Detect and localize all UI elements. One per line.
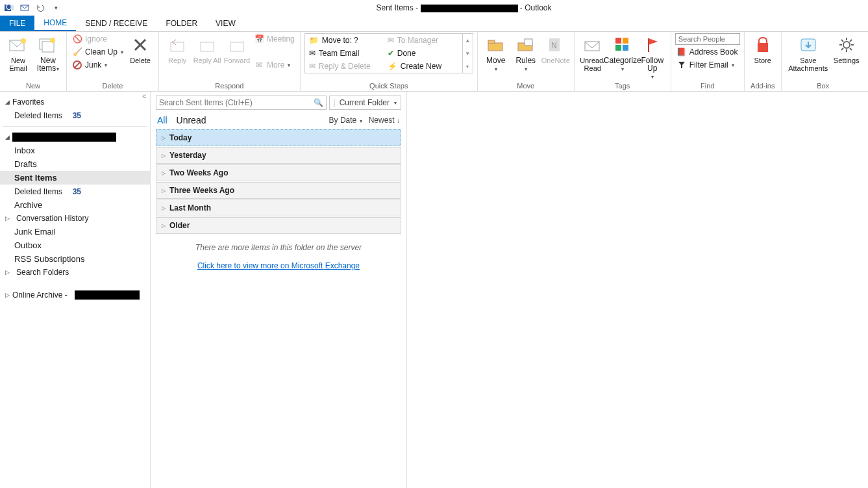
svg-rect-19	[525, 39, 532, 45]
search-scope-dropdown[interactable]: |Current Folder▾	[329, 96, 402, 110]
qat-customize-icon[interactable]: ▾	[49, 1, 62, 14]
nav-rss[interactable]: RSS Subscriptions	[0, 252, 150, 266]
send-receive-icon[interactable]	[18, 1, 31, 14]
collapse-nav-icon[interactable]: <	[142, 93, 146, 100]
caret-right-icon: ▷	[162, 153, 166, 159]
nav-outbox[interactable]: Outbox	[0, 238, 150, 252]
quick-access-toolbar: O ▾	[3, 1, 62, 14]
group-delete-label: Delete	[71, 82, 155, 91]
nav-deleted-items[interactable]: Deleted Items 35	[0, 185, 150, 198]
save-attachments-button[interactable]: Save Attachments	[786, 33, 831, 72]
undo-icon[interactable]	[34, 1, 47, 14]
title-right: - Outlook	[520, 3, 552, 12]
sort-newest[interactable]: Newest ↓	[369, 116, 400, 125]
qs-reply-delete[interactable]: ✉Reply & Delete	[305, 60, 384, 73]
qs-done[interactable]: ✔Done	[384, 47, 462, 60]
nav-search-folders[interactable]: ▷Search Folders	[0, 266, 150, 279]
group-older[interactable]: ▷Older	[156, 217, 401, 234]
ignore-button[interactable]: 🚫Ignore	[71, 33, 125, 45]
archive-name-redacted	[75, 290, 140, 300]
nav-inbox[interactable]: Inbox	[0, 144, 150, 157]
tab-file[interactable]: FILE	[0, 16, 34, 31]
forward-icon	[227, 34, 247, 55]
search-box[interactable]: 🔍	[156, 96, 327, 110]
nav-archive[interactable]: Archive	[0, 198, 150, 212]
more-respond-button[interactable]: ✉More▾	[253, 59, 296, 71]
group-find: 📕Address Book Filter Email▾ Find	[671, 32, 745, 91]
search-input[interactable]	[159, 98, 314, 107]
qs-create-new[interactable]: ⚡Create New	[384, 60, 462, 73]
group-today[interactable]: ▷Today	[156, 129, 401, 146]
categorize-icon	[612, 34, 633, 55]
sort-by-date[interactable]: By Date ▾	[329, 116, 362, 125]
nav-drafts[interactable]: Drafts	[0, 157, 150, 171]
filter-all[interactable]: All	[157, 115, 167, 125]
tab-view[interactable]: VIEW	[206, 16, 245, 31]
reply-delete-icon: ✉	[309, 62, 316, 71]
nav-sent-items[interactable]: Sent Items	[0, 171, 150, 185]
new-items-icon	[38, 34, 58, 55]
group-three-weeks[interactable]: ▷Three Weeks Ago	[156, 182, 401, 199]
svg-line-35	[841, 48, 843, 50]
filter-row: All Unread By Date ▾ Newest ↓	[156, 115, 401, 129]
title-left: Sent Items -	[376, 3, 418, 12]
qs-team-email[interactable]: ✉Team Email	[305, 47, 384, 60]
filter-unread[interactable]: Unread	[177, 115, 206, 125]
filter-email-button[interactable]: Filter Email▾	[675, 59, 740, 71]
qs-moveto[interactable]: 📁Move to: ?	[305, 34, 384, 47]
reply-button[interactable]: Reply	[163, 33, 192, 64]
settings-button[interactable]: Settings	[832, 33, 861, 64]
svg-rect-23	[615, 38, 621, 44]
qs-to-manager[interactable]: ✉To Manager	[384, 34, 462, 47]
done-icon: ✔	[388, 49, 394, 58]
tab-send-receive[interactable]: SEND / RECEIVE	[76, 16, 156, 31]
new-email-button[interactable]: New Email	[4, 33, 32, 72]
group-two-weeks[interactable]: ▷Two Weeks Ago	[156, 164, 401, 181]
group-tags: Unread/ Read Categorize▾ Follow Up▾ Tags	[575, 32, 671, 91]
address-book-button[interactable]: 📕Address Book	[675, 46, 740, 58]
rules-button[interactable]: Rules▾	[512, 33, 540, 73]
tab-folder[interactable]: FOLDER	[156, 16, 206, 31]
qs-scroll-down[interactable]: ▼	[463, 47, 473, 60]
meeting-button[interactable]: 📅Meeting	[253, 33, 296, 45]
followup-button[interactable]: Follow Up▾	[638, 33, 667, 81]
svg-rect-16	[488, 43, 502, 51]
reply-all-button[interactable]: Reply All	[193, 33, 221, 64]
svg-rect-15	[230, 42, 243, 51]
delete-button[interactable]: Delete	[126, 33, 155, 64]
svg-line-10	[75, 62, 80, 68]
store-icon	[752, 34, 773, 55]
qs-scroll-up[interactable]: ▲	[463, 34, 473, 47]
nav-conversation-history[interactable]: ▷Conversation History	[0, 212, 150, 225]
search-people-input[interactable]	[675, 33, 740, 45]
store-button[interactable]: Store	[749, 33, 777, 64]
flag-icon	[642, 34, 663, 55]
svg-rect-14	[201, 42, 214, 51]
move-button[interactable]: Move▾	[482, 33, 510, 73]
fav-deleted-items[interactable]: Deleted Items 35	[0, 109, 150, 122]
svg-line-36	[850, 40, 852, 42]
cleanup-button[interactable]: 🧹Clean Up▾	[71, 46, 125, 58]
nav-junk[interactable]: Junk Email	[0, 225, 150, 238]
view-more-link[interactable]: Click here to view more on Microsoft Exc…	[197, 261, 360, 270]
quicksteps-gallery[interactable]: 📁Move to: ? ✉Team Email ✉Reply & Delete …	[304, 33, 473, 73]
new-items-button[interactable]: New Items▾	[34, 33, 62, 73]
qs-expand[interactable]: ▾	[463, 60, 473, 73]
onenote-button[interactable]: N OneNote	[541, 33, 570, 64]
group-addins: Store Add-ins	[745, 32, 782, 91]
search-icon[interactable]: 🔍	[314, 98, 323, 107]
group-yesterday[interactable]: ▷Yesterday	[156, 147, 401, 164]
svg-rect-24	[623, 38, 628, 44]
categorize-button[interactable]: Categorize▾	[608, 33, 637, 73]
junk-button[interactable]: Junk▾	[71, 59, 125, 71]
online-archive-header[interactable]: ▷Online Archive -	[0, 288, 150, 302]
group-last-month[interactable]: ▷Last Month	[156, 199, 401, 216]
unread-read-button[interactable]: Unread/ Read	[578, 33, 607, 72]
caret-right-icon: ▷	[162, 223, 166, 229]
caret-right-icon: ▷	[162, 170, 166, 176]
account-header[interactable]: ◢	[0, 131, 150, 144]
forward-button[interactable]: Forward	[223, 33, 251, 64]
tab-home[interactable]: HOME	[34, 16, 76, 31]
caret-right-icon: ▷	[162, 205, 166, 211]
favorites-header[interactable]: ◢Favorites	[0, 96, 150, 109]
